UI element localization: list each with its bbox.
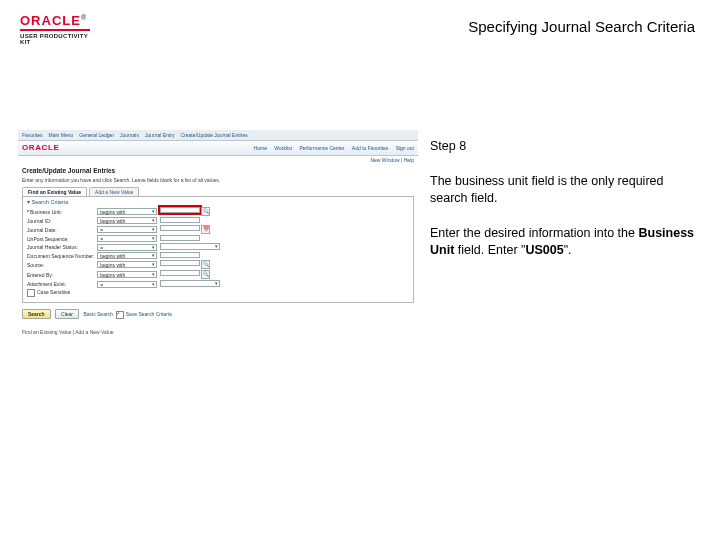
clear-button[interactable]: Clear <box>55 309 79 319</box>
journal-id-input[interactable] <box>160 217 200 223</box>
row-doc-seq: Document Sequence Number: begins with <box>27 252 223 260</box>
new-window-help[interactable]: New Window | Help <box>18 156 418 163</box>
calendar-icon[interactable]: 📅 <box>201 225 210 234</box>
label-business-unit: Business Unit: <box>30 209 62 215</box>
op-doc-seq[interactable]: begins with <box>97 252 157 259</box>
crumb[interactable]: Favorites <box>22 132 43 138</box>
op-source[interactable]: begins with <box>97 261 157 268</box>
nav-home[interactable]: Home <box>254 145 267 151</box>
label-journal-id: Journal ID: <box>27 217 97 225</box>
crumb[interactable]: General Ledger <box>79 132 114 138</box>
row-journal-date: Journal Date: = 📅 <box>27 225 223 235</box>
crumb[interactable]: Create/Update Journal Entries <box>180 132 247 138</box>
search-button[interactable]: Search <box>22 309 51 319</box>
logo-rule <box>20 29 90 31</box>
row-entered-by: Entered By: begins with 🔍 <box>27 270 223 280</box>
component-subtext: Enter any information you have and click… <box>22 177 414 183</box>
instruction-pane: Step 8 The business unit field is the on… <box>430 138 700 276</box>
row-attachment: Attachment Exist: = <box>27 280 223 289</box>
row-unpost-seq: UnPost Sequence: = <box>27 235 223 243</box>
row-source: Source: begins with 🔍 <box>27 260 223 270</box>
component-title: Create/Update Journal Entries <box>22 167 414 175</box>
search-criteria-panel: Search Criteria *Business Unit: begins w… <box>22 196 414 304</box>
app-header: ORACLE Home Worklist Performance Center … <box>18 141 418 156</box>
source-input[interactable] <box>160 260 200 266</box>
tab-add-new[interactable]: Add a New Value <box>89 187 139 196</box>
row-journal-id: Journal ID: begins with <box>27 217 223 225</box>
tab-find-existing[interactable]: Find an Existing Value <box>22 187 87 196</box>
op-journal-id[interactable]: begins with <box>97 217 157 224</box>
nav-add-fav[interactable]: Add to Favorites <box>352 145 388 151</box>
label-entered-by: Entered By: <box>27 270 97 280</box>
op-header-status[interactable]: = <box>97 244 157 251</box>
row-business-unit: *Business Unit: begins with 🔍 <box>27 207 223 217</box>
nav-signout[interactable]: Sign out <box>396 145 414 151</box>
search-fields: *Business Unit: begins with 🔍 Journal ID… <box>27 207 223 298</box>
op-unpost-seq[interactable]: = <box>97 235 157 242</box>
label-doc-seq: Document Sequence Number: <box>27 252 97 260</box>
op-business-unit[interactable]: begins with <box>97 208 157 215</box>
label-header-status: Journal Header Status: <box>27 243 97 252</box>
search-tabs: Find an Existing Value Add a New Value <box>22 187 418 196</box>
save-criteria-icon <box>116 311 124 319</box>
row-header-status: Journal Header Status: = <box>27 243 223 252</box>
op-entered-by[interactable]: begins with <box>97 271 157 278</box>
crumb[interactable]: Journal Entry <box>145 132 174 138</box>
label-unpost-seq: UnPost Sequence: <box>27 235 97 243</box>
crumb[interactable]: Journals <box>120 132 139 138</box>
lookup-icon[interactable]: 🔍 <box>201 270 210 279</box>
nav-perf-center[interactable]: Performance Center <box>299 145 344 151</box>
attachment-select[interactable] <box>160 280 220 287</box>
entered-by-input[interactable] <box>160 270 200 276</box>
search-buttons: Search Clear Basic Search Save Search Cr… <box>22 309 414 319</box>
label-attachment: Attachment Exist: <box>27 280 97 289</box>
lookup-icon[interactable]: 🔍 <box>201 260 210 269</box>
label-source: Source: <box>27 260 97 270</box>
tab-footer-links[interactable]: Find an Existing Value | Add a New Value <box>22 329 414 335</box>
crumb[interactable]: Main Menu <box>49 132 74 138</box>
doc-seq-input[interactable] <box>160 252 200 258</box>
app-oracle-wordmark: ORACLE <box>22 143 59 153</box>
app-top-nav: Home Worklist Performance Center Add to … <box>248 145 414 151</box>
page-title: Specifying Journal Search Criteria <box>468 18 695 35</box>
search-criteria-header[interactable]: Search Criteria <box>27 199 409 206</box>
save-search-criteria-link[interactable]: Save Search Criteria <box>126 311 172 317</box>
oracle-wordmark: ORACLE® <box>20 14 90 27</box>
breadcrumb: Favorites Main Menu General Ledger Journ… <box>18 130 418 141</box>
op-journal-date[interactable]: = <box>97 226 157 233</box>
row-case-sensitive: Case Sensitive <box>27 289 223 298</box>
case-sensitive-checkbox[interactable] <box>27 289 35 297</box>
basic-search-link[interactable]: Basic Search <box>83 311 112 317</box>
label-case-sensitive: Case Sensitive <box>37 290 70 296</box>
header-status-select[interactable] <box>160 243 220 250</box>
instruction-intro: The business unit field is the only requ… <box>430 173 700 207</box>
upk-label: USER PRODUCTIVITY KIT <box>20 33 90 45</box>
oracle-upk-logo: ORACLE® USER PRODUCTIVITY KIT <box>20 14 90 45</box>
lookup-icon[interactable]: 🔍 <box>201 207 210 216</box>
unpost-seq-input[interactable] <box>160 235 200 241</box>
op-attachment[interactable]: = <box>97 281 157 288</box>
journal-date-input[interactable] <box>160 225 200 231</box>
instruction-action: Enter the desired information into the B… <box>430 225 700 259</box>
label-journal-date: Journal Date: <box>27 225 97 235</box>
app-screenshot: Favorites Main Menu General Ledger Journ… <box>18 130 418 350</box>
nav-worklist[interactable]: Worklist <box>274 145 292 151</box>
step-label: Step 8 <box>430 138 700 155</box>
business-unit-input[interactable] <box>160 207 200 213</box>
